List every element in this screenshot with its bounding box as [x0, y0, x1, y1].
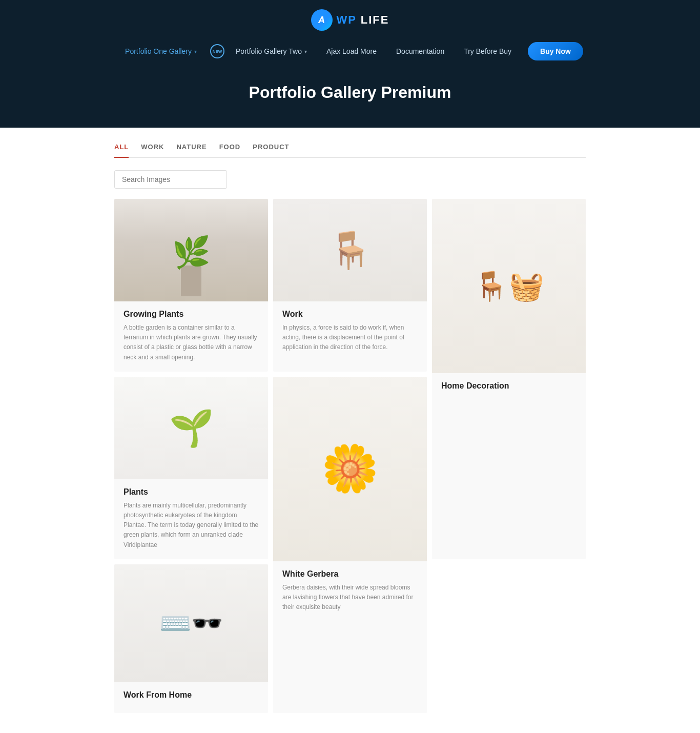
filter-tabs: ALL WORK NATURE FOOD PRODUCT [114, 143, 586, 158]
gallery-info-white-gerbera: White Gerbera Gerbera daisies, with thei… [273, 561, 427, 622]
gallery-img-work-home [114, 564, 268, 682]
search-input[interactable] [114, 170, 227, 189]
new-badge-icon: NEW [210, 44, 224, 58]
search-wrap [114, 170, 586, 189]
nav-item-ajax[interactable]: Ajax Load More [318, 40, 385, 63]
gallery-desc-white-gerbera: Gerbera daisies, with their wide spread … [282, 583, 418, 613]
chevron-down-icon-2: ▾ [304, 49, 307, 54]
gallery-card-home-decor: Home Decoration [432, 199, 586, 559]
gallery-desc-work: In physics, a force is said to do work i… [282, 323, 418, 353]
hero-title: Portfolio Gallery Premium [10, 83, 690, 102]
main-content: ALL WORK NATURE FOOD PRODUCT Growing Pla… [104, 128, 596, 733]
logo-icon: A [311, 9, 333, 31]
nav-badge: NEW [208, 44, 224, 58]
gallery-info-work-from-home: Work From Home [114, 682, 268, 713]
gallery-title-plants: Plants [123, 487, 259, 497]
nav-item-docs[interactable]: Documentation [388, 40, 452, 63]
nav-label-portfolio-two: Portfolio Gallery Two [236, 47, 302, 55]
nav-item-portfolio-one[interactable]: Portfolio One Gallery ▾ [117, 40, 205, 63]
logo-text: WP LIFE [337, 13, 389, 27]
gallery-card-work: Work In physics, a force is said to do w… [273, 199, 427, 372]
gallery-img-growing-plants [114, 199, 268, 301]
tab-food[interactable]: FOOD [219, 143, 241, 158]
gallery-title-white-gerbera: White Gerbera [282, 569, 418, 579]
tab-product[interactable]: PRODUCT [253, 143, 289, 158]
gallery-desc-plants: Plants are mainly multicellular, predomi… [123, 501, 259, 550]
gallery-info-plants: Plants Plants are mainly multicellular, … [114, 479, 268, 559]
gallery-grid: Growing Plants A bottle garden is a cont… [114, 199, 586, 713]
gallery-card-white-gerbera: White Gerbera Gerbera daisies, with thei… [273, 377, 427, 713]
tab-nature[interactable]: NATURE [176, 143, 207, 158]
nav-label-ajax: Ajax Load More [326, 47, 377, 55]
gallery-card-growing-plants: Growing Plants A bottle garden is a cont… [114, 199, 268, 372]
logo-wp: WP [337, 13, 357, 26]
gallery-desc-growing-plants: A bottle garden is a container similar t… [123, 323, 259, 362]
tab-all[interactable]: ALL [114, 143, 129, 158]
gallery-title-home-decor: Home Decoration [441, 381, 577, 391]
gallery-title-work-from-home: Work From Home [123, 690, 259, 700]
gallery-card-work-from-home: Work From Home [114, 564, 268, 713]
logo[interactable]: A WP LIFE [311, 9, 389, 31]
gallery-card-plants: Plants Plants are mainly multicellular, … [114, 377, 268, 559]
gallery-img-work [273, 199, 427, 301]
gallery-img-flowers [273, 377, 427, 561]
nav-label-portfolio-one: Portfolio One Gallery [125, 47, 192, 55]
gallery-info-growing-plants: Growing Plants A bottle garden is a cont… [114, 301, 268, 372]
nav-inner: Portfolio One Gallery ▾ NEW Portfolio Ga… [20, 40, 680, 63]
logo-life: LIFE [357, 13, 389, 26]
nav-item-portfolio-two[interactable]: Portfolio Gallery Two ▾ [228, 40, 315, 63]
hero-section: Portfolio Gallery Premium [0, 63, 700, 128]
buy-now-button[interactable]: Buy Now [528, 42, 583, 60]
main-nav: Portfolio One Gallery ▾ NEW Portfolio Ga… [0, 40, 700, 63]
gallery-img-plants [114, 377, 268, 479]
tab-work[interactable]: WORK [141, 143, 164, 158]
gallery-info-work: Work In physics, a force is said to do w… [273, 301, 427, 362]
gallery-title-work: Work [282, 310, 418, 319]
gallery-title-growing-plants: Growing Plants [123, 310, 259, 319]
logo-letter: A [318, 15, 325, 26]
nav-item-try[interactable]: Try Before Buy [456, 40, 520, 63]
site-header: A WP LIFE Portfolio One Gallery ▾ NEW Po… [0, 0, 700, 63]
nav-label-try: Try Before Buy [464, 47, 511, 55]
gallery-img-home-decor [432, 199, 586, 373]
gallery-info-home-decor: Home Decoration [432, 373, 586, 404]
chevron-down-icon: ▾ [194, 49, 197, 54]
nav-label-docs: Documentation [396, 47, 444, 55]
